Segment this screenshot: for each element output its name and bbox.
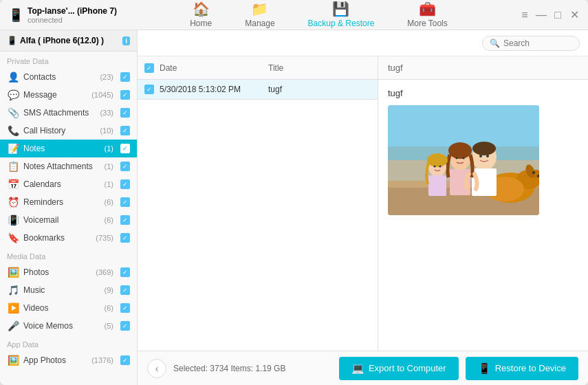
tab-backup[interactable]: 💾 Backup & Restore — [292, 0, 391, 32]
search-box[interactable]: 🔍 — [482, 36, 580, 51]
restore-label: Restore to Device — [495, 363, 566, 373]
sidebar-item-photos[interactable]: 🖼️ Photos (369) — [0, 263, 137, 281]
tab-manage[interactable]: 📁 Manage — [228, 0, 291, 32]
sidebar-item-message[interactable]: 💬 Message (1045) — [0, 86, 137, 104]
videos-count: (6) — [105, 304, 113, 312]
restore-to-device-button[interactable]: 📱 Restore to Device — [466, 357, 578, 380]
sidebar-item-sms-attachments[interactable]: 📎 SMS Attachments (33) — [0, 104, 137, 122]
music-count: (9) — [105, 286, 113, 294]
list-item[interactable]: 5/30/2018 5:13:02 PM tugf — [138, 80, 378, 100]
home-icon: 🏠 — [193, 1, 210, 17]
svg-point-20 — [427, 153, 448, 167]
app-photos-label: App Photos — [23, 355, 87, 365]
list-panel: Date Title 5/30/2018 5:13:02 PM tugf — [138, 56, 378, 351]
content-area: 🔍 Date Title 5/30/2018 5:13:02 PM — [138, 30, 588, 385]
tab-tools-label: More Tools — [407, 19, 447, 28]
menu-button[interactable]: ≡ — [519, 9, 530, 21]
preview-note-title: tugf — [388, 88, 578, 98]
tab-home[interactable]: 🏠 Home — [173, 0, 228, 32]
sidebar-item-app-photos[interactable]: 🖼️ App Photos (1376) — [0, 351, 137, 369]
photos-icon: 🖼️ — [7, 267, 19, 278]
search-icon: 🔍 — [490, 38, 500, 48]
photos-label: Photos — [23, 267, 91, 277]
calendars-icon: 📅 — [7, 179, 19, 190]
row-date: 5/30/2018 5:13:02 PM — [160, 85, 263, 94]
sidebar-item-music[interactable]: 🎵 Music (9) — [0, 281, 137, 299]
calendars-count: (1) — [105, 180, 113, 188]
preview-header: tugf — [378, 56, 588, 80]
sidebar-item-voice-memos[interactable]: 🎤 Voice Memos (5) — [0, 317, 137, 335]
bookmarks-checkbox[interactable] — [120, 233, 130, 243]
bookmarks-icon: 🔖 — [7, 232, 19, 243]
notes-attach-checkbox[interactable] — [120, 162, 130, 171]
call-count: (10) — [100, 126, 113, 135]
svg-point-23 — [479, 155, 482, 157]
contacts-icon: 👤 — [7, 72, 19, 82]
section-app-data: App Data — [0, 335, 137, 351]
notes-label: Notes — [23, 144, 100, 153]
export-icon: 💻 — [351, 362, 364, 375]
notes-checkbox[interactable] — [120, 144, 130, 153]
minimize-button[interactable]: — — [536, 9, 547, 21]
export-to-computer-button[interactable]: 💻 Export to Computer — [339, 357, 459, 380]
sidebar-item-videos[interactable]: ▶️ Videos (6) — [0, 299, 137, 317]
sidebar-item-voicemail[interactable]: 📳 Voicemail (6) — [0, 211, 137, 229]
selected-info: Selected: 3734 Items: 1.19 GB — [173, 364, 332, 373]
sidebar-item-reminders[interactable]: ⏰ Reminders (6) — [0, 193, 137, 211]
contacts-checkbox[interactable] — [120, 72, 130, 82]
calendars-checkbox[interactable] — [120, 179, 130, 189]
row-title: tugf — [268, 85, 371, 94]
sidebar-device-badge: i — [122, 36, 130, 45]
call-checkbox[interactable] — [120, 126, 130, 135]
voice-checkbox[interactable] — [120, 321, 130, 331]
call-label: Call History — [23, 126, 96, 135]
photos-checkbox[interactable] — [120, 267, 130, 277]
sms-checkbox[interactable] — [120, 108, 130, 118]
header-checkbox[interactable] — [144, 63, 154, 73]
notes-attach-icon: 📋 — [7, 161, 19, 172]
message-label: Message — [23, 90, 87, 100]
voice-count: (5) — [105, 322, 113, 330]
manage-icon: 📁 — [251, 1, 268, 17]
search-input[interactable] — [503, 38, 572, 48]
music-checkbox[interactable] — [120, 285, 130, 295]
sidebar-device-row: 📱 Alfa ( iPhone 6(12.0) ) i — [0, 30, 137, 52]
sidebar-item-bookmarks[interactable]: 🔖 Bookmarks (735) — [0, 229, 137, 247]
voicemail-icon: 📳 — [7, 214, 19, 226]
sidebar-item-call-history[interactable]: 📞 Call History (10) — [0, 122, 137, 140]
app-photos-icon: 🖼️ — [7, 355, 19, 366]
back-button[interactable]: ‹ — [147, 359, 166, 378]
preview-panel: tugf tugf — [378, 56, 588, 351]
voicemail-checkbox[interactable] — [120, 215, 130, 225]
sidebar-device-name: 📱 Alfa ( iPhone 6(12.0) ) — [7, 36, 104, 45]
svg-point-24 — [486, 155, 489, 157]
reminders-icon: ⏰ — [7, 197, 19, 208]
close-button[interactable]: ✕ — [569, 8, 580, 21]
notes-attach-label: Notes Attachments — [23, 162, 100, 171]
videos-checkbox[interactable] — [120, 303, 130, 313]
row-checkbox[interactable] — [144, 85, 154, 94]
svg-point-25 — [456, 157, 458, 160]
voice-icon: 🎤 — [7, 320, 19, 331]
message-icon: 💬 — [7, 89, 19, 100]
phone-icon: 📱 — [8, 8, 23, 23]
maximize-button[interactable]: □ — [552, 9, 563, 21]
notes-attach-count: (1) — [105, 162, 113, 170]
sidebar-item-calendars[interactable]: 📅 Calendars (1) — [0, 175, 137, 193]
reminders-checkbox[interactable] — [120, 197, 130, 207]
bookmarks-count: (735) — [96, 234, 113, 242]
list-header: Date Title — [138, 56, 378, 80]
calendars-label: Calendars — [23, 179, 100, 189]
notes-icon: 📝 — [7, 143, 19, 154]
app-photos-checkbox[interactable] — [120, 355, 130, 365]
sidebar-item-notes-attachments[interactable]: 📋 Notes Attachments (1) — [0, 157, 137, 175]
message-count: (1045) — [91, 91, 113, 99]
music-label: Music — [23, 285, 100, 295]
sidebar-phone-icon: 📱 — [7, 36, 17, 45]
message-checkbox[interactable] — [120, 90, 130, 100]
sidebar-item-contacts[interactable]: 👤 Contacts (23) — [0, 68, 137, 86]
nav-tabs: 🏠 Home 📁 Manage 💾 Backup & Restore 🧰 Mor… — [118, 0, 519, 32]
voice-label: Voice Memos — [23, 321, 100, 331]
sidebar-item-notes[interactable]: 📝 Notes (1) — [0, 140, 137, 157]
tab-tools[interactable]: 🧰 More Tools — [391, 0, 464, 32]
